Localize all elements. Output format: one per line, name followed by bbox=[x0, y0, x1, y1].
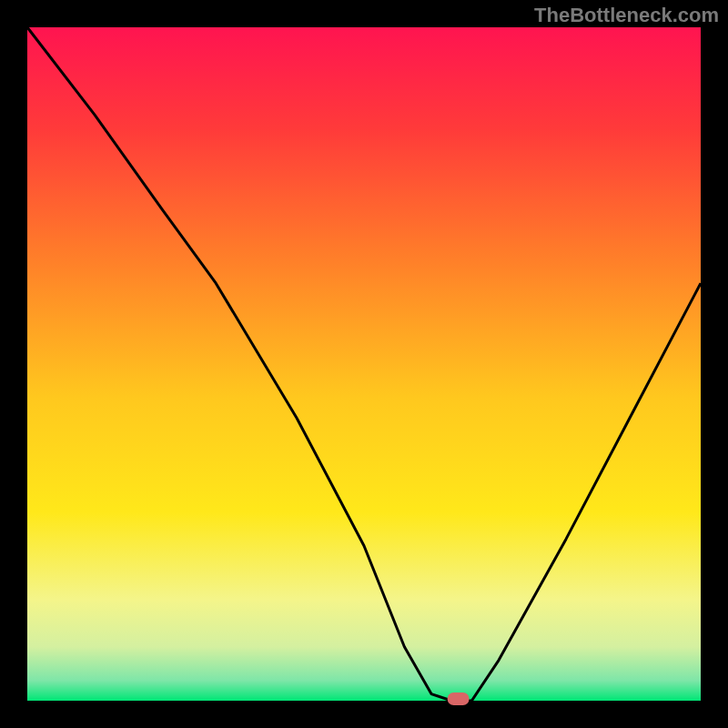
bottleneck-chart bbox=[0, 0, 728, 728]
source-watermark: TheBottleneck.com bbox=[534, 4, 719, 27]
chart-container: TheBottleneck.com bbox=[0, 0, 728, 728]
plot-background bbox=[27, 27, 701, 701]
optimal-marker bbox=[448, 693, 470, 705]
